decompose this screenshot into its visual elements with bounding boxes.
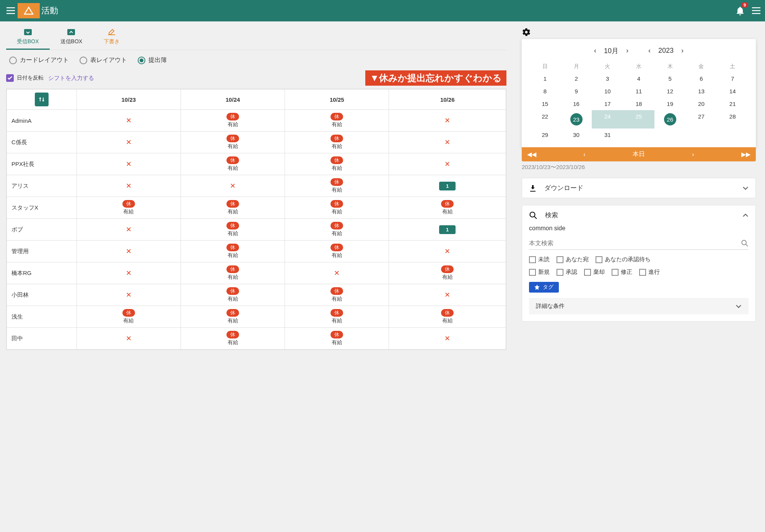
- calendar-day[interactable]: 25: [623, 110, 654, 129]
- cell[interactable]: 休有給: [181, 153, 285, 175]
- cell[interactable]: 休有給: [285, 241, 389, 262]
- cell[interactable]: 休有給: [285, 197, 389, 219]
- cell[interactable]: 休有給: [181, 219, 285, 241]
- cell[interactable]: 休有給: [181, 284, 285, 306]
- calendar-day[interactable]: 29: [529, 129, 561, 141]
- calendar-day[interactable]: 4: [623, 72, 654, 85]
- search-panel-header[interactable]: 検索: [522, 205, 755, 225]
- right-menu-icon[interactable]: [752, 7, 760, 14]
- calendar-day[interactable]: 28: [717, 110, 748, 129]
- cell[interactable]: 休有給: [181, 262, 285, 284]
- calendar-day[interactable]: 10: [592, 85, 623, 98]
- calendar-day[interactable]: 2: [561, 72, 592, 85]
- tab-outbox[interactable]: 送信BOX: [50, 21, 93, 50]
- calendar-day[interactable]: 12: [654, 85, 686, 98]
- cell[interactable]: 休有給: [181, 306, 285, 328]
- filter-checkbox[interactable]: あなたの承認待ち: [596, 256, 651, 263]
- cell[interactable]: 休有給: [181, 132, 285, 153]
- cell[interactable]: ✕: [76, 241, 181, 262]
- cell[interactable]: 休有給: [389, 306, 506, 328]
- year-next[interactable]: ›: [678, 45, 687, 56]
- calendar-day[interactable]: 16: [561, 98, 592, 110]
- cell[interactable]: 1: [389, 219, 506, 241]
- tab-inbox[interactable]: 受信BOX: [6, 21, 50, 50]
- cell[interactable]: ✕: [76, 262, 181, 284]
- filter-checkbox[interactable]: 未読: [529, 256, 550, 263]
- tab-draft[interactable]: 下書き: [93, 21, 130, 50]
- calendar-day[interactable]: 21: [717, 98, 748, 110]
- month-prev[interactable]: ‹: [591, 45, 599, 56]
- search-input[interactable]: [529, 240, 741, 247]
- filter-checkbox[interactable]: 新規: [529, 268, 550, 276]
- enter-shift-link[interactable]: シフトを入力する: [48, 75, 94, 82]
- filter-checkbox[interactable]: 承認: [557, 268, 577, 276]
- cell[interactable]: 休有給: [181, 328, 285, 350]
- calendar-day[interactable]: 17: [592, 98, 623, 110]
- cell[interactable]: 休有給: [76, 197, 181, 219]
- cell[interactable]: 休有給: [285, 175, 389, 197]
- cell[interactable]: ✕: [389, 153, 506, 175]
- date-nav-last[interactable]: ▶▶: [741, 151, 750, 158]
- calendar-day[interactable]: 7: [717, 72, 748, 85]
- tag-button[interactable]: タグ: [529, 282, 559, 293]
- year-prev[interactable]: ‹: [645, 45, 654, 56]
- sort-button[interactable]: [35, 93, 49, 106]
- calendar-day[interactable]: 30: [561, 129, 592, 141]
- cell[interactable]: 休有給: [76, 306, 181, 328]
- cell[interactable]: ✕: [76, 175, 181, 197]
- radio-card-layout[interactable]: カードレイアウト: [9, 56, 69, 64]
- calendar-day[interactable]: 14: [717, 85, 748, 98]
- filter-checkbox[interactable]: 棄却: [584, 268, 605, 276]
- cell[interactable]: 休有給: [181, 241, 285, 262]
- radio-table-layout[interactable]: 表レイアウト: [80, 56, 127, 64]
- calendar-day[interactable]: 15: [529, 98, 561, 110]
- filter-checkbox[interactable]: 修正: [612, 268, 632, 276]
- cell[interactable]: ✕: [389, 284, 506, 306]
- date-nav-prev[interactable]: ‹: [583, 151, 585, 158]
- cell[interactable]: 休有給: [285, 132, 389, 153]
- calendar-day[interactable]: 23: [561, 110, 592, 129]
- calendar-day[interactable]: 6: [686, 72, 717, 85]
- cell[interactable]: ✕: [76, 153, 181, 175]
- filter-checkbox[interactable]: 進行: [639, 268, 660, 276]
- gear-icon[interactable]: [522, 28, 756, 37]
- cell[interactable]: ✕: [76, 110, 181, 132]
- cell[interactable]: 休有給: [285, 110, 389, 132]
- calendar-day[interactable]: 1: [529, 72, 561, 85]
- cell[interactable]: ✕: [285, 262, 389, 284]
- cell[interactable]: 休有給: [285, 284, 389, 306]
- cell[interactable]: 休有給: [389, 262, 506, 284]
- radio-submission-book[interactable]: 提出簿: [138, 56, 167, 64]
- calendar-day[interactable]: 26: [654, 110, 686, 129]
- cell[interactable]: ✕: [389, 241, 506, 262]
- calendar-day[interactable]: 13: [686, 85, 717, 98]
- calendar-day[interactable]: 11: [623, 85, 654, 98]
- cell[interactable]: 休有給: [285, 306, 389, 328]
- cell[interactable]: ✕: [76, 284, 181, 306]
- cell[interactable]: ✕: [76, 328, 181, 350]
- bell-icon[interactable]: 9: [736, 6, 744, 15]
- filter-checkbox[interactable]: あなた宛: [557, 256, 589, 263]
- calendar-day[interactable]: 31: [592, 129, 623, 141]
- calendar-day[interactable]: 5: [654, 72, 686, 85]
- cell[interactable]: 休有給: [285, 219, 389, 241]
- calendar-day[interactable]: 27: [686, 110, 717, 129]
- cell[interactable]: ✕: [76, 132, 181, 153]
- date-nav-first[interactable]: ◀◀: [527, 151, 536, 158]
- calendar-day[interactable]: 19: [654, 98, 686, 110]
- calendar-day[interactable]: 20: [686, 98, 717, 110]
- calendar-day[interactable]: 9: [561, 85, 592, 98]
- cell[interactable]: ✕: [389, 110, 506, 132]
- calendar-day[interactable]: 22: [529, 110, 561, 129]
- calendar-day[interactable]: 8: [529, 85, 561, 98]
- invert-date-checkbox[interactable]: 日付を反転: [6, 74, 44, 82]
- download-panel-header[interactable]: ダウンロード: [522, 178, 755, 198]
- cell[interactable]: ✕: [389, 132, 506, 153]
- cell[interactable]: 休有給: [389, 197, 506, 219]
- date-nav-next[interactable]: ›: [692, 151, 694, 158]
- cell[interactable]: 1: [389, 175, 506, 197]
- date-nav-today[interactable]: 本日: [633, 150, 645, 158]
- month-next[interactable]: ›: [623, 45, 632, 56]
- calendar-day[interactable]: 18: [623, 98, 654, 110]
- calendar-day[interactable]: 3: [592, 72, 623, 85]
